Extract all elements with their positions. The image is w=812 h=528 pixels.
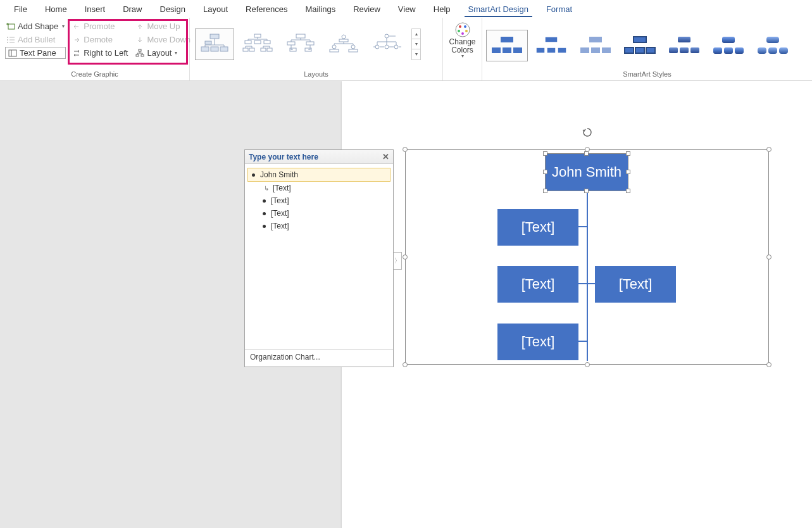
svg-rect-69 [779, 47, 788, 54]
move-up-label: Move Up [147, 22, 180, 31]
smartart-node[interactable]: [Text] [497, 266, 578, 303]
layout-thumb-2[interactable] [238, 28, 277, 60]
add-shape-label: Add Shape [18, 22, 58, 31]
bullet-list-icon [6, 35, 15, 44]
svg-point-32 [385, 34, 389, 38]
svg-rect-11 [220, 47, 228, 51]
smartart-node[interactable]: [Text] [595, 266, 676, 303]
bullet-icon [263, 199, 266, 203]
svg-rect-49 [558, 47, 566, 53]
right-to-left-button[interactable]: Right to Left [71, 47, 129, 59]
layout-thumb-4[interactable] [324, 28, 363, 60]
selection-handle[interactable] [403, 362, 408, 367]
smartart-node[interactable]: [Text] [497, 324, 578, 360]
node-handle[interactable] [626, 151, 630, 156]
smartart-canvas[interactable]: John Smith [Text] [Text] [Text] [Text] [405, 149, 769, 365]
svg-point-39 [458, 30, 460, 32]
menu-format[interactable]: Format [537, 2, 581, 16]
node-handle[interactable] [584, 151, 589, 156]
layout-scroll-down[interactable]: ▾ [412, 39, 420, 49]
menu-home[interactable]: Home [36, 2, 76, 16]
layout-scroll-more[interactable]: ▾ [412, 49, 420, 60]
menu-layout[interactable]: Layout [194, 2, 237, 16]
text-item-label: [Text] [271, 222, 289, 230]
promote-button[interactable]: Promote [71, 20, 129, 32]
text-pane-item[interactable]: [Text] [247, 194, 390, 207]
svg-rect-6 [136, 54, 139, 56]
selection-handle[interactable] [766, 147, 771, 152]
svg-rect-51 [580, 47, 589, 53]
menu-mailings[interactable]: Mailings [297, 2, 345, 16]
add-bullet-button[interactable]: Add Bullet [5, 34, 66, 46]
swap-icon [72, 49, 81, 58]
palette-icon [454, 22, 471, 38]
move-up-button[interactable]: Move Up [134, 20, 192, 32]
close-icon[interactable]: ✕ [382, 152, 389, 161]
layout-thumb-3[interactable] [281, 28, 320, 60]
layout-thumb-1[interactable] [195, 28, 234, 60]
bullet-icon [263, 225, 266, 228]
menu-draw[interactable]: Draw [114, 2, 151, 16]
menubar: File Home Insert Draw Design Layout Refe… [0, 0, 812, 18]
text-pane-item[interactable]: John Smith [247, 168, 390, 182]
svg-rect-20 [267, 48, 272, 51]
style-thumb-7[interactable] [752, 30, 794, 61]
text-pane-item[interactable]: [Text] [247, 207, 390, 220]
svg-point-28 [332, 45, 336, 49]
style-thumb-1[interactable] [486, 30, 528, 61]
menu-insert[interactable]: Insert [76, 2, 115, 16]
selection-handle[interactable] [766, 362, 771, 367]
selection-handle[interactable] [403, 147, 408, 152]
arrow-right-icon [72, 35, 81, 44]
style-preview-icon [623, 35, 656, 56]
svg-rect-64 [724, 47, 733, 54]
menu-design[interactable]: Design [151, 2, 194, 16]
layout-button[interactable]: Layout ▾ [134, 47, 192, 59]
smartart-node[interactable]: [Text] [497, 209, 578, 246]
text-pane-item[interactable]: [Text] [247, 220, 390, 232]
text-pane-title: Type your text here [249, 153, 318, 161]
layouts-label: Layouts [192, 69, 440, 80]
text-pane-expand-tab[interactable]: 〉 [393, 252, 402, 270]
node-handle[interactable] [543, 151, 547, 156]
style-thumb-6[interactable] [708, 30, 749, 61]
change-colors-button[interactable]: Change Colors ▾ [446, 19, 479, 61]
style-thumb-3[interactable] [575, 30, 616, 61]
selection-handle[interactable] [585, 362, 590, 367]
menu-review[interactable]: Review [344, 2, 389, 16]
menu-view[interactable]: View [389, 2, 425, 16]
demote-button[interactable]: Demote [71, 34, 129, 46]
document-page: John Smith [Text] [Text] [Text] [Text] [342, 81, 812, 528]
menu-references[interactable]: References [237, 2, 296, 16]
svg-rect-52 [591, 47, 600, 53]
style-thumb-5[interactable] [663, 30, 705, 61]
svg-rect-5 [139, 49, 141, 51]
move-down-button[interactable]: Move Down [134, 34, 192, 46]
layout-scroll-up[interactable]: ▴ [412, 29, 420, 39]
text-pane-body[interactable]: John Smith ↳[Text] [Text] [Text] [Text] [245, 164, 393, 350]
text-pane-button[interactable]: Text Pane [5, 47, 66, 59]
node-handle[interactable] [543, 170, 547, 174]
node-handle[interactable] [626, 189, 630, 193]
rotate-handle[interactable] [581, 126, 594, 139]
selection-handle[interactable] [766, 255, 771, 260]
menu-smartart-design[interactable]: SmartArt Design [459, 2, 537, 16]
layout-thumb-5[interactable] [367, 28, 406, 60]
style-thumb-2[interactable] [530, 30, 572, 61]
node-handle[interactable] [543, 189, 547, 193]
selection-handle[interactable] [403, 255, 408, 260]
smartart-node-root[interactable]: John Smith [546, 154, 628, 191]
add-shape-button[interactable]: Add Shape ▾ [5, 20, 66, 32]
svg-rect-55 [625, 47, 634, 53]
menu-file[interactable]: File [5, 2, 36, 16]
svg-rect-56 [635, 47, 644, 53]
node-handle[interactable] [584, 189, 589, 193]
text-pane-item[interactable]: ↳[Text] [247, 182, 390, 194]
menu-help[interactable]: Help [425, 2, 459, 16]
style-preview-icon [579, 35, 612, 56]
node-handle[interactable] [626, 170, 630, 174]
svg-rect-44 [503, 47, 511, 53]
text-pane-footer[interactable]: Organization Chart... [245, 350, 393, 364]
svg-rect-47 [536, 47, 545, 53]
style-thumb-4[interactable] [619, 30, 661, 61]
